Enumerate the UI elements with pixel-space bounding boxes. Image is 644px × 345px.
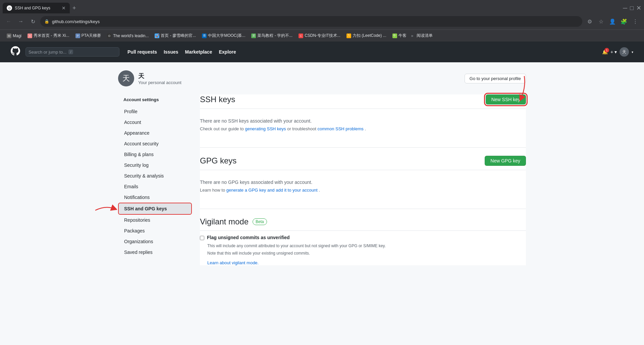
vigilant-learn-link[interactable]: Learn about vigilant mode. (207, 260, 526, 265)
user-details: 天 Your personal account (138, 72, 181, 85)
sidebar-item-notifications[interactable]: Notifications (118, 192, 192, 203)
window-controls: ─ □ ✕ (623, 4, 641, 12)
profile-button[interactable]: 👤 (608, 17, 617, 26)
tab-bar: ⊙ SSH and GPG keys ✕ + ─ □ ✕ (0, 0, 644, 13)
bookmark-runoob[interactable]: 菜 菜鸟教程 - 学的不... (249, 31, 295, 40)
sidebar-item-security-analysis[interactable]: Security & analysis (118, 170, 192, 181)
new-ssh-key-wrapper: New SSH key (486, 94, 526, 105)
user-name: 天 (138, 72, 181, 80)
ssh-guide-mid: or troubleshoot (287, 126, 317, 131)
gpg-guide-text: Learn how to generate a GPG key and add … (200, 188, 526, 193)
vigilant-desc-2: Note that this will include your existin… (207, 250, 526, 256)
back-button[interactable]: ← (4, 17, 13, 26)
github-logo[interactable] (11, 46, 20, 58)
avatar: 天 (118, 70, 134, 86)
ssh-keys-section: SSH keys New SSH key There are no SSH ke… (200, 94, 526, 137)
settings-button[interactable]: ⋮ (631, 17, 640, 26)
sidebar-item-appearance[interactable]: Appearance (118, 128, 192, 138)
sidebar-item-packages[interactable]: Packages (118, 225, 192, 236)
bookmark-mooc[interactable]: 慕 中国大学MOOC(慕... (199, 31, 248, 40)
gpg-section-body: There are no GPG keys associated with yo… (200, 174, 526, 198)
bookmark-button[interactable]: ☆ (596, 17, 606, 26)
notifications-button[interactable]: 🔔 1 (602, 49, 608, 55)
bookmark-reading-list[interactable]: 阅读清单 (414, 31, 435, 40)
sidebar-item-account-security[interactable]: Account security (118, 138, 192, 149)
gpg-learn-link[interactable]: generate a GPG key and add it to your ac… (226, 188, 318, 193)
translate-button[interactable]: ⚙ (585, 17, 594, 26)
avatar-dropdown-arrow[interactable]: ▾ (632, 50, 633, 54)
bookmark-label: 菜鸟教程 - 学的不... (257, 33, 292, 39)
bookmark-leetcode[interactable]: 力 力扣 (LeetCode) ... (344, 31, 389, 40)
bookmark-favicon: 慕 (202, 33, 207, 38)
address-bar[interactable]: 🔒 github.com/settings/keys (40, 16, 582, 27)
bookmark-label: PTA天梯赛 (82, 33, 101, 39)
new-item-button[interactable]: + ▾ (610, 49, 617, 55)
sidebar-item-profile[interactable]: Profile (118, 106, 192, 117)
gpg-learn-suffix: . (319, 188, 320, 193)
url-text: github.com/settings/keys (52, 19, 578, 24)
bookmark-github[interactable]: ⊙ The world's leadin... (104, 32, 151, 40)
forward-button[interactable]: → (16, 17, 25, 26)
bookmark-xiumi[interactable]: X 秀米首页 - 秀米 Xi... (25, 31, 72, 40)
refresh-button[interactable]: ↻ (28, 17, 38, 26)
lock-icon: 🔒 (44, 19, 49, 24)
active-tab[interactable]: ⊙ SSH and GPG keys ✕ (3, 3, 70, 13)
tab-favicon: ⊙ (7, 5, 12, 11)
user-avatar-button[interactable]: 天 (620, 47, 629, 57)
browser-controls: ← → ↻ 🔒 github.com/settings/keys ⚙ ☆ 👤 🧩… (0, 13, 644, 29)
bookmark-csdn[interactable]: C CSDN-专业IT技术... (296, 31, 343, 40)
ssh-guide-link2[interactable]: common SSH problems (318, 126, 364, 131)
bookmark-label: 牛客 (398, 33, 407, 39)
sidebar-item-organizations[interactable]: Organizations (118, 236, 192, 247)
user-subtitle: Your personal account (138, 80, 181, 85)
new-gpg-key-button[interactable]: New GPG key (485, 156, 526, 166)
nav-explore[interactable]: Explore (219, 49, 236, 55)
notification-badge: 1 (604, 48, 609, 53)
ssh-guide-link1[interactable]: generating SSH keys (245, 126, 286, 131)
bookmark-favicon: 牛 (392, 33, 397, 38)
github-header: Search or jump to... / Pull requests Iss… (0, 42, 644, 62)
extensions-button[interactable]: 🧩 (619, 17, 629, 26)
bookmark-nowcoder[interactable]: 牛 牛客 (390, 31, 409, 40)
bookmark-magi[interactable]: M Magi (4, 32, 24, 40)
bookmark-pta[interactable]: P PTA天梯赛 (73, 31, 104, 40)
vigilant-checkbox-row: Flag unsigned commits as unverified (200, 235, 526, 240)
sidebar-item-ssh-gpg-keys[interactable]: SSH and GPG keys (118, 203, 192, 215)
search-shortcut: / (68, 50, 73, 54)
nav-pull-requests[interactable]: Pull requests (127, 49, 157, 55)
bookmark-favicon: C (299, 33, 303, 38)
nav-marketplace[interactable]: Marketplace (185, 49, 212, 55)
sidebar-item-saved-replies[interactable]: Saved replies (118, 247, 192, 258)
ssh-guide-suffix: . (365, 126, 366, 131)
ssh-guide-text: Check out our guide to generating SSH ke… (200, 126, 526, 131)
tab-title: SSH and GPG keys (15, 6, 59, 10)
bookmarks-more[interactable]: » (411, 33, 414, 38)
nav-issues[interactable]: Issues (164, 49, 178, 55)
minimize-button[interactable]: ─ (623, 5, 627, 12)
bookmark-label: 秀米首页 - 秀米 Xi... (34, 33, 69, 39)
close-window-button[interactable]: ✕ (636, 4, 641, 12)
browser-action-buttons: ⚙ ☆ 👤 🧩 ⋮ (585, 17, 640, 26)
ssh-section-title: SSH keys (200, 95, 235, 104)
bookmark-label: CSDN-专业IT技术... (305, 33, 340, 39)
tab-close-button[interactable]: ✕ (62, 5, 66, 11)
new-tab-button[interactable]: + (72, 5, 76, 12)
sidebar-item-emails[interactable]: Emails (118, 181, 192, 192)
bookmark-favicon: ⊙ (107, 33, 112, 38)
gpg-keys-section: GPG keys New GPG key There are no GPG ke… (200, 156, 526, 198)
vigilant-checkbox-label[interactable]: Flag unsigned commits as unverified (207, 235, 290, 240)
header-actions: 🔔 1 + ▾ 天 ▾ (602, 47, 633, 57)
vigilant-checkbox[interactable] (200, 236, 204, 240)
search-box[interactable]: Search or jump to... / (25, 47, 119, 57)
sidebar-item-repositories[interactable]: Repositories (118, 215, 192, 225)
vigilant-desc-1: This will include any commit attributed … (207, 243, 526, 249)
sidebar-item-account[interactable]: Account (118, 117, 192, 128)
maximize-button[interactable]: □ (630, 5, 634, 12)
sidebar-item-billing[interactable]: Billing & plans (118, 149, 192, 160)
bookmark-label: 首页 - 廖雪峰的官... (161, 33, 196, 39)
avatar-text: 天 (122, 73, 130, 83)
sidebar-item-security-log[interactable]: Security log (118, 160, 192, 170)
bookmark-label: Magi (13, 33, 21, 38)
ssh-section-body: There are no SSH keys associated with yo… (200, 113, 526, 137)
bookmark-liaoxf[interactable]: 🚀 首页 - 廖雪峰的官... (152, 31, 199, 40)
